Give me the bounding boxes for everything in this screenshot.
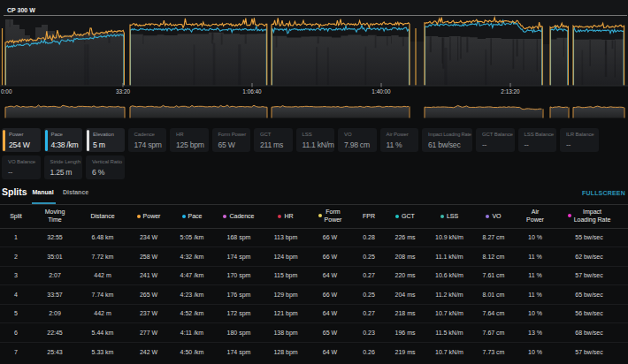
svg-text:33:20: 33:20 xyxy=(116,88,130,95)
svg-text:0:00: 0:00 xyxy=(1,88,12,95)
svg-text:1:40:00: 1:40:00 xyxy=(371,88,391,95)
svg-text:1:06:40: 1:06:40 xyxy=(242,88,262,95)
svg-text:CP 300 W: CP 300 W xyxy=(7,7,35,13)
svg-text:2:13:20: 2:13:20 xyxy=(501,88,520,95)
